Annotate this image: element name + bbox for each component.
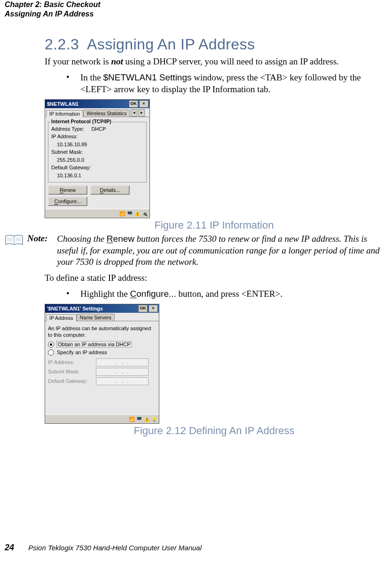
- page-number: 24: [5, 543, 14, 552]
- taskbar: 📶 🖥️ ⚠️ 🔌: [45, 209, 149, 218]
- tab-strip: IP Information Wireless Statistics ◂ ▸: [45, 108, 149, 117]
- taskbar: 📶 🖥️ ⚠️ 💡: [45, 414, 159, 423]
- figure-2-12-caption: Figure 2.12 Defining An IP Address: [45, 425, 384, 437]
- tab-ip-address[interactable]: IP Address: [46, 314, 77, 321]
- bullet-marker: •: [66, 72, 80, 95]
- group-tcpip: Internet Protocol (TCP/IP) Address Type:…: [48, 122, 147, 183]
- window-titlebar[interactable]: $NETWLAN1 OK ×: [45, 100, 149, 108]
- tab-name-servers[interactable]: Name Servers: [77, 314, 115, 321]
- intro-paragraph: If your network is not using a DHCP serv…: [45, 56, 384, 67]
- footer-text: Psion Teklogix 7530 Hand-Held Computer U…: [28, 544, 202, 552]
- subnet-mask-field: . . .: [96, 368, 149, 376]
- tray-bulb-icon: 💡: [151, 417, 157, 422]
- tab-scroll-right[interactable]: ▸: [138, 109, 145, 117]
- window-titlebar[interactable]: '$NETWLAN1' Settings OK ×: [45, 304, 159, 313]
- tab-ip-information[interactable]: IP Information: [46, 110, 83, 117]
- note-text: Choosing the Renew button forces the 753…: [57, 233, 384, 268]
- book-icon: [5, 233, 27, 268]
- section-number: 2.2.3: [45, 36, 79, 53]
- tray-signal-icon: 📶: [129, 417, 134, 422]
- running-header: Chapter 2: Basic Checkout Assigning An I…: [0, 0, 384, 19]
- panel-description: An IP address can be automatically assig…: [48, 325, 156, 339]
- static-ip-intro: To define a static IP address:: [45, 272, 384, 284]
- radio-icon: [48, 349, 54, 356]
- renew-button[interactable]: Renew: [48, 185, 87, 195]
- radio-dhcp[interactable]: Obtain an IP address via DHCP: [48, 341, 156, 348]
- tray-warning-icon: ⚠️: [144, 417, 149, 422]
- inline-button-ref: Renew: [107, 234, 134, 244]
- figure-2-11: $NETWLAN1 OK × IP Information Wireless S…: [45, 99, 384, 219]
- page-footer: 24 Psion Teklogix 7530 Hand-Held Compute…: [5, 543, 202, 553]
- figure-2-11-caption: Figure 2.11 IP Information: [45, 219, 384, 231]
- note-label: Note:: [27, 233, 47, 268]
- tray-signal-icon: 📶: [119, 211, 125, 216]
- details-button[interactable]: Details...: [90, 185, 130, 195]
- tab-scroll-left[interactable]: ◂: [131, 109, 137, 117]
- default-gateway-field: . . .: [96, 377, 149, 385]
- section-title: Assigning An IP Address: [87, 36, 255, 53]
- tray-network-icon: 🖥️: [136, 417, 142, 422]
- inline-code: Configure...: [130, 289, 176, 299]
- tray-network-icon: 🖥️: [127, 211, 133, 216]
- note-block: Note: Choosing the Renew button forces t…: [0, 233, 384, 268]
- ip-address-field: . . .: [96, 358, 149, 366]
- inline-code: $NETWLAN1 Settings: [103, 72, 192, 82]
- ip-fields-disabled: IP Address: . . . Subnet Mask: . . . Def…: [48, 358, 156, 385]
- bullet-1: • In the $NETWLAN1 Settings window, pres…: [45, 72, 384, 95]
- radio-specify[interactable]: Specify an IP address: [48, 349, 156, 356]
- close-button[interactable]: ×: [149, 305, 158, 312]
- configure-button[interactable]: Configure...: [48, 197, 87, 206]
- ok-button[interactable]: OK: [129, 100, 138, 108]
- window-title: '$NETWLAN1' Settings: [47, 306, 103, 311]
- section-heading: 2.2.3 Assigning An IP Address: [45, 36, 384, 53]
- ok-button[interactable]: OK: [138, 305, 148, 312]
- figure-2-12: '$NETWLAN1' Settings OK × IP Address Nam…: [45, 304, 384, 424]
- tab-strip: IP Address Name Servers: [45, 313, 159, 321]
- bullet-2: • Highlight the Configure... button, and…: [45, 288, 384, 300]
- header-section: Assigning An IP Address: [5, 9, 384, 19]
- bullet-marker: •: [66, 288, 80, 300]
- tab-wireless-statistics[interactable]: Wireless Statistics: [83, 110, 130, 117]
- tray-plug-icon: 🔌: [142, 211, 148, 216]
- radio-icon: [48, 341, 54, 348]
- header-chapter: Chapter 2: Basic Checkout: [5, 0, 384, 9]
- close-button[interactable]: ×: [139, 100, 149, 108]
- tray-warning-icon: ⚠️: [134, 211, 140, 216]
- window-title: $NETWLAN1: [47, 101, 78, 107]
